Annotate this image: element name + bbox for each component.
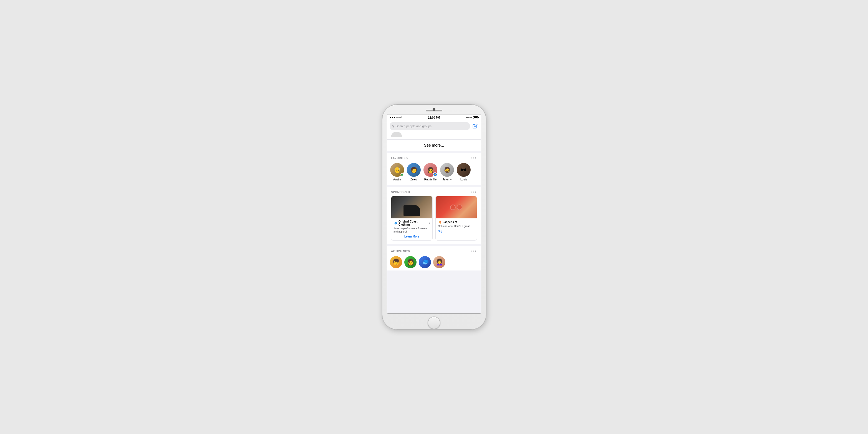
home-button[interactable]	[428, 316, 440, 329]
favorite-item-louis[interactable]: 🕶 Louis	[457, 163, 471, 181]
volume-down-button	[382, 169, 382, 182]
volume-up-button	[382, 152, 382, 165]
avatar-jeremy: 🧔	[440, 163, 454, 177]
active-now-section: ACTIVE NOW ••• 👦 👩 🧢 👩‍🦱	[387, 246, 481, 270]
partial-avatar-row	[387, 132, 481, 140]
active-now-row: 👦 👩 🧢 👩‍🦱	[387, 255, 481, 270]
favorites-section: FAVORITES ••• 👴 Austin	[387, 153, 481, 185]
status-left: WiFi	[390, 116, 402, 119]
ad-image-jasper	[436, 196, 477, 219]
scene: WiFi 12:00 PM 100% ⚲ Search people and g…	[356, 78, 512, 356]
compose-icon-svg	[472, 124, 477, 129]
avatar-wrapper-jeremy: 🧔	[440, 163, 454, 177]
favorites-row: 👴 Austin 🧑 Ze'ev	[387, 162, 481, 185]
avatar-name-zeev: Ze'ev	[410, 178, 417, 181]
phone-shell: WiFi 12:00 PM 100% ⚲ Search people and g…	[382, 104, 486, 330]
avatar-name-louis: Louis	[460, 178, 467, 181]
signal-dots	[390, 117, 395, 118]
favorite-item-ruthia[interactable]: 👩 ⚡ Ruthia He	[423, 163, 438, 181]
ad-card-coast[interactable]: 🧢 Original Coast Clothing ▾ Save on perf…	[391, 196, 433, 240]
favorites-title: FAVORITES	[391, 157, 408, 160]
active-now-header: ACTIVE NOW •••	[387, 246, 481, 255]
signal-dot-3	[394, 117, 395, 118]
status-right: 100%	[466, 116, 478, 119]
status-time: 12:00 PM	[428, 116, 440, 119]
ad-card-jasper[interactable]: 🍕 Jasper's M Not sure what Here's a grea…	[435, 196, 477, 240]
power-button	[486, 160, 486, 177]
ad-description-coast: Save on performance footwear and apparel…	[394, 227, 430, 233]
online-indicator-austin	[400, 173, 403, 176]
search-bar[interactable]: ⚲ Search people and groups	[390, 122, 470, 130]
sponsored-title: SPONSORED	[391, 191, 410, 194]
sponsored-more-button[interactable]: •••	[471, 190, 477, 194]
battery-fill	[474, 117, 477, 118]
shoe-shape	[403, 205, 420, 216]
jasper-circle-2	[457, 204, 462, 210]
jasper-circles	[450, 204, 462, 210]
search-icon: ⚲	[392, 125, 394, 128]
see-more-row[interactable]: See more...	[387, 140, 481, 153]
active-avatar-3[interactable]: 🧢	[419, 256, 431, 268]
signal-dot-1	[390, 117, 391, 118]
see-more-label[interactable]: See more...	[424, 143, 444, 147]
ads-row: 🧢 Original Coast Clothing ▾ Save on perf…	[387, 196, 481, 244]
battery-percentage: 100%	[466, 116, 472, 119]
ad-brand-icon-jasper: 🍕	[438, 220, 442, 224]
ad-brand-row-coast: 🧢 Original Coast Clothing ▾	[394, 220, 430, 226]
signal-dot-2	[392, 117, 393, 118]
favorites-more-button[interactable]: •••	[471, 156, 477, 160]
status-bar: WiFi 12:00 PM 100%	[387, 114, 481, 121]
avatar-name-ruthia: Ruthia He	[424, 178, 436, 181]
avatar-wrapper-ruthia: 👩 ⚡	[424, 163, 437, 177]
active-now-more-button[interactable]: •••	[471, 249, 477, 253]
search-bar-container: ⚲ Search people and groups	[387, 121, 481, 132]
sponsored-section: SPONSORED ••• 🧢	[387, 187, 481, 244]
ad-brand-name-jasper: Jasper's M	[443, 221, 474, 224]
favorites-header: FAVORITES •••	[387, 153, 481, 162]
battery-icon	[473, 116, 478, 119]
favorite-item-austin[interactable]: 👴 Austin	[390, 163, 404, 181]
favorite-item-jeremy[interactable]: 🧔 Jeremy	[440, 163, 454, 181]
wifi-icon: WiFi	[396, 116, 402, 119]
front-camera	[433, 108, 435, 111]
messenger-badge-ruthia: ⚡	[433, 172, 437, 177]
ad-brand-icon-coast: 🧢	[394, 221, 397, 225]
active-avatar-2[interactable]: 👩	[404, 256, 416, 268]
compose-button[interactable]	[472, 123, 478, 129]
avatar-name-jeremy: Jeremy	[443, 178, 452, 181]
ad-brand-row-jasper: 🍕 Jasper's M	[438, 220, 474, 224]
ad-image-coast	[391, 196, 432, 219]
partial-avatar-circle	[391, 132, 402, 137]
avatar-wrapper-austin: 👴	[390, 163, 404, 177]
ad-brand-name-coast: Original Coast Clothing	[399, 220, 428, 226]
avatar-wrapper-zeev: 🧑	[407, 163, 421, 177]
ad-body-coast: 🧢 Original Coast Clothing ▾ Save on perf…	[391, 219, 432, 240]
ad-jasper-visual	[436, 196, 477, 219]
favorite-item-zeev[interactable]: 🧑 Ze'ev	[407, 163, 421, 181]
ad-cta-coast[interactable]: Learn More	[394, 235, 430, 238]
avatar-name-austin: Austin	[393, 178, 401, 181]
sponsored-header: SPONSORED •••	[387, 187, 481, 196]
active-now-title: ACTIVE NOW	[391, 250, 410, 253]
ad-description-jasper: Not sure what Here's a great	[438, 225, 474, 228]
avatar-louis: 🕶	[457, 163, 471, 177]
ad-coast-visual	[391, 196, 432, 219]
jasper-circle-1	[450, 204, 456, 210]
ad-cta-jasper[interactable]: Sig	[438, 230, 474, 233]
screen: WiFi 12:00 PM 100% ⚲ Search people and g…	[387, 114, 481, 314]
search-placeholder: Search people and groups	[396, 125, 432, 128]
ad-body-jasper: 🍕 Jasper's M Not sure what Here's a grea…	[436, 219, 477, 235]
ad-chevron-coast: ▾	[429, 222, 430, 225]
active-avatar-1[interactable]: 👦	[390, 256, 402, 268]
avatar-zeev: 🧑	[407, 163, 421, 177]
silent-button	[382, 138, 382, 146]
avatar-wrapper-louis: 🕶	[457, 163, 471, 177]
active-avatar-4[interactable]: 👩‍🦱	[433, 256, 445, 268]
